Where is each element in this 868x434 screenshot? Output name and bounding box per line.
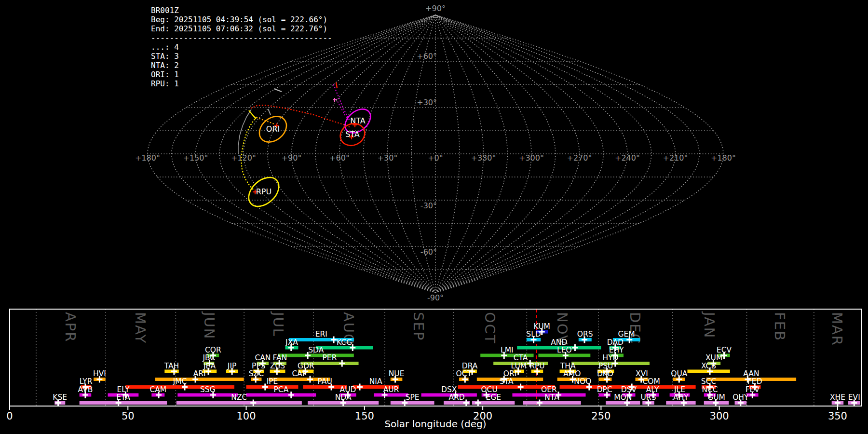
x-tick-label: 150 bbox=[355, 410, 374, 422]
map-latitude-label: +30° bbox=[417, 98, 437, 107]
shower-label-CTA: CTA bbox=[514, 353, 528, 362]
x-tick-label: 300 bbox=[710, 410, 729, 422]
activity-timeline-chart: APRMAYJUNJULAUGSEPOCTNOVDECJANFEBMARKUME… bbox=[6, 309, 861, 422]
shower-label-DPC: DPC bbox=[597, 385, 612, 394]
shower-label-OER: OER bbox=[541, 385, 557, 394]
shower-label-OCU: OCU bbox=[481, 385, 497, 394]
sporadic-streak-1 bbox=[274, 89, 282, 92]
x-axis-title: Solar longitude (deg) bbox=[384, 418, 486, 430]
shower-label-LEO: LEO bbox=[557, 346, 572, 354]
map-longitude-label: +270° bbox=[567, 153, 592, 163]
shower-label-XCB: XCB bbox=[701, 362, 716, 370]
map-longitude-label: +240° bbox=[615, 153, 640, 163]
shower-bar-NZC bbox=[176, 401, 302, 405]
meteor-session-report: BR001Z Beg: 20251105 04:39:54 (sol = 222… bbox=[0, 0, 868, 434]
map-longitude-label: +180° bbox=[711, 153, 736, 163]
shower-bar-NTA bbox=[523, 401, 581, 405]
shower-label-JBC: JBC bbox=[202, 353, 215, 362]
shower-label-DRA: DRA bbox=[462, 362, 478, 370]
shower-label-HYD: HYD bbox=[602, 353, 618, 362]
shower-label-MON: MON bbox=[614, 393, 632, 402]
shower-label-NTA: NTA bbox=[544, 393, 559, 402]
shower-bar-PCA bbox=[246, 393, 316, 397]
shower-label-CAP: CAP bbox=[292, 369, 307, 378]
month-label-JUL: JUL bbox=[270, 311, 286, 337]
month-label-MAR: MAR bbox=[829, 312, 845, 346]
month-label-SEP: SEP bbox=[410, 312, 427, 341]
shower-bar-AUR bbox=[374, 393, 408, 397]
nta-trail-a bbox=[334, 85, 351, 122]
month-label-FEB: FEB bbox=[772, 312, 788, 341]
shower-label-SCC: SCC bbox=[701, 377, 716, 386]
map-latitude-label: -30° bbox=[420, 201, 437, 210]
shower-label-ERI: ERI bbox=[315, 330, 327, 339]
shower-bar-ARI bbox=[155, 378, 244, 381]
yellow-segment bbox=[249, 110, 256, 119]
map-longitude-label: +120° bbox=[231, 153, 256, 163]
shower-label-LMI: LMI bbox=[501, 346, 514, 354]
shower-label-COM: COM bbox=[642, 377, 660, 386]
map-longitude-label: +90° bbox=[282, 153, 302, 163]
shower-label-GEM: GEM bbox=[618, 330, 635, 339]
shower-bar-ETA bbox=[80, 401, 167, 405]
month-label-JAN: JAN bbox=[701, 311, 718, 339]
shower-label-NIA: NIA bbox=[369, 377, 382, 386]
radiant-label-RPU: RPU bbox=[256, 187, 271, 196]
shower-label-JEA: JEA bbox=[203, 362, 216, 370]
red-top-dash bbox=[336, 82, 337, 88]
shower-bar-KCG bbox=[316, 346, 373, 350]
shower-label-EGE: EGE bbox=[486, 393, 501, 402]
nta-trail-b bbox=[337, 99, 348, 120]
shower-label-NUE: NUE bbox=[389, 369, 405, 378]
month-label-OCT: OCT bbox=[482, 312, 498, 344]
shower-label-EHY: EHY bbox=[609, 346, 624, 354]
sporadic-streak-2 bbox=[268, 109, 271, 115]
shower-bar-SDA bbox=[278, 354, 354, 357]
shower-label-ARD: ARD bbox=[448, 393, 464, 402]
map-longitude-label: +330° bbox=[471, 153, 496, 163]
shower-label-PSU: PSU bbox=[598, 362, 613, 370]
map-longitude-label: +60° bbox=[329, 153, 350, 163]
month-label-APR: APR bbox=[62, 312, 79, 342]
shower-label-STA: STA bbox=[500, 377, 514, 386]
plot-canvas: +180°+150°+120°+90°+60°+30°+0°+330°+300°… bbox=[0, 0, 868, 434]
shower-label-DSX: DSX bbox=[441, 385, 457, 394]
map-latitude-label: +60° bbox=[417, 52, 437, 61]
shower-label-TAH: TAH bbox=[164, 362, 179, 370]
sporadic-arc bbox=[238, 109, 251, 154]
map-latitude-label: -90° bbox=[427, 293, 444, 302]
map-longitude-label: +0° bbox=[428, 153, 443, 163]
shower-label-NZC: NZC bbox=[231, 393, 247, 402]
shower-label-KCG: KCG bbox=[337, 338, 352, 347]
shower-bar-AHY bbox=[666, 401, 695, 405]
map-longitude-label: +300° bbox=[519, 153, 544, 163]
shower-bar-STA bbox=[458, 385, 555, 389]
radiant-label-ORI: ORI bbox=[266, 124, 280, 134]
month-label-MAY: MAY bbox=[132, 312, 149, 344]
shower-label-AHY: AHY bbox=[673, 393, 689, 402]
shower-label-OCT: OCT bbox=[456, 369, 472, 378]
x-tick-label: 350 bbox=[828, 410, 847, 422]
shower-label-ELY: ELY bbox=[117, 385, 130, 394]
map-latitude-label: +90° bbox=[425, 4, 446, 13]
shower-label-PAU: PAU bbox=[318, 377, 332, 386]
shower-bar-SPE bbox=[391, 401, 434, 405]
session-info-panel: BR001Z Beg: 20251105 04:39:54 (sol = 222… bbox=[151, 6, 332, 88]
x-tick-label: 0 bbox=[6, 410, 13, 422]
shower-label-SDA: SDA bbox=[308, 346, 324, 354]
shower-bar-MON bbox=[606, 401, 640, 405]
map-longitude-label: +180° bbox=[135, 153, 160, 163]
shower-label-SPE: SPE bbox=[406, 393, 420, 402]
shower-label-AUR: AUR bbox=[383, 385, 399, 394]
x-tick-label: 250 bbox=[591, 410, 610, 422]
shower-bar-SSG bbox=[177, 393, 238, 397]
shower-label-DKD: DKD bbox=[597, 369, 613, 378]
map-longitude-label: +150° bbox=[183, 153, 208, 163]
x-tick-label: 100 bbox=[237, 410, 256, 422]
map-latitude-label: -60° bbox=[420, 247, 437, 257]
map-longitude-label: +30° bbox=[378, 153, 398, 163]
month-label-JUN: JUN bbox=[201, 311, 217, 339]
sky-map-radiants: ORINTASTARPU bbox=[243, 104, 375, 212]
radiant-label-STA: STA bbox=[345, 130, 360, 139]
shower-label-PER: PER bbox=[323, 353, 337, 362]
